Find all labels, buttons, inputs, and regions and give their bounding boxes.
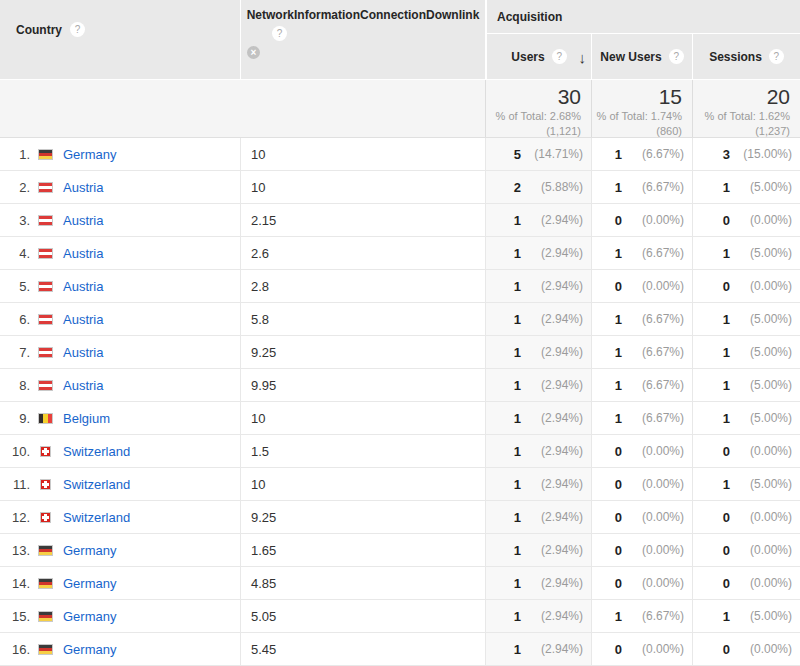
row-index: 9. [0,411,30,426]
country-link[interactable]: Austria [63,180,103,195]
sessions-value: 1 [723,378,730,393]
users-cell: 1 (2.94%) [485,567,591,599]
users-cell: 1 (2.94%) [485,534,591,566]
new-users-percent: (0.00%) [622,444,684,458]
users-value: 1 [514,378,521,393]
country-link[interactable]: Germany [63,642,116,657]
column-header-sessions[interactable]: Sessions ? [692,34,800,79]
row-index: 7. [0,345,30,360]
help-icon[interactable]: ? [669,49,684,64]
sessions-value: 0 [723,213,730,228]
network-downlink-value: 2.8 [240,270,485,302]
new-users-value: 0 [615,576,622,591]
country-link[interactable]: Austria [63,213,103,228]
new-users-value: 0 [615,642,622,657]
country-link[interactable]: Belgium [63,411,110,426]
table-row: 10. Switzerland 1.5 1 (2.94%) 0 (0.00%) … [0,435,800,468]
country-link[interactable]: Germany [63,576,116,591]
sessions-cell: 0 (0.00%) [692,567,800,599]
country-link[interactable]: Austria [63,345,103,360]
help-icon[interactable]: ? [70,22,85,37]
new-users-cell: 0 (0.00%) [591,204,692,236]
sessions-cell: 1 (5.00%) [692,402,800,434]
remove-column-icon[interactable]: × [247,46,260,59]
country-flag-icon [38,413,53,424]
acquisition-header-group: Acquisition Users ? ↓ New Users ? Sessio… [485,0,800,79]
network-downlink-value: 4.85 [240,567,485,599]
new-users-cell: 0 (0.00%) [591,633,692,665]
network-downlink-value: 9.25 [240,336,485,368]
sessions-percent: (5.00%) [730,180,792,194]
new-users-percent: (0.00%) [622,213,684,227]
country-flag-icon [38,347,53,358]
new-users-value: 1 [615,312,622,327]
sessions-percent: (0.00%) [730,510,792,524]
users-grand-total: (1,121) [486,124,581,139]
users-value: 1 [514,279,521,294]
column-header-new-users[interactable]: New Users ? [591,34,692,79]
sessions-percent: (0.00%) [730,543,792,557]
sessions-percent: (5.00%) [730,609,792,623]
new-users-percent: (6.67%) [622,147,684,161]
country-cell: 6. Austria [0,303,240,335]
sessions-total-value: 20 [693,85,790,109]
new-users-cell: 1 (6.67%) [591,600,692,632]
table-row: 2. Austria 10 2 (5.88%) 1 (6.67%) 1 (5.0… [0,171,800,204]
users-percent: (2.94%) [521,510,583,524]
network-downlink-value: 2.15 [240,204,485,236]
country-link[interactable]: Germany [63,147,116,162]
column-header-country[interactable]: Country ? [0,0,240,79]
country-link[interactable]: Switzerland [63,444,130,459]
users-percent: (2.94%) [521,312,583,326]
sessions-cell: 0 (0.00%) [692,633,800,665]
new-users-percent: (0.00%) [622,576,684,590]
users-cell: 1 (2.94%) [485,303,591,335]
row-index: 1. [0,147,30,162]
country-link[interactable]: Switzerland [63,477,130,492]
country-cell: 11. Switzerland [0,468,240,500]
country-cell: 10. Switzerland [0,435,240,467]
help-icon[interactable]: ? [272,26,287,41]
country-link[interactable]: Austria [63,246,103,261]
users-percent: (2.94%) [521,576,583,590]
country-link[interactable]: Germany [63,609,116,624]
new-users-grand-total: (860) [592,124,682,139]
new-users-cell: 1 (6.67%) [591,138,692,170]
sessions-cell: 1 (5.00%) [692,468,800,500]
new-users-cell: 0 (0.00%) [591,534,692,566]
table-row: 12. Switzerland 9.25 1 (2.94%) 0 (0.00%)… [0,501,800,534]
sessions-value: 1 [723,312,730,327]
sessions-cell: 1 (5.00%) [692,369,800,401]
table-row: 3. Austria 2.15 1 (2.94%) 0 (0.00%) 0 (0… [0,204,800,237]
table-row: 8. Austria 9.95 1 (2.94%) 1 (6.67%) 1 (5… [0,369,800,402]
help-icon[interactable]: ? [552,49,567,64]
users-cell: 2 (5.88%) [485,171,591,203]
column-header-users[interactable]: Users ? ↓ [487,34,591,79]
column-header-network-downlink[interactable]: NetworkInformationConnectionDownlink ? × [240,0,485,79]
country-cell: 12. Switzerland [0,501,240,533]
users-percent: (14.71%) [521,147,583,161]
row-index: 10. [0,444,30,459]
table-row: 5. Austria 2.8 1 (2.94%) 0 (0.00%) 0 (0.… [0,270,800,303]
sessions-percent: (5.00%) [730,246,792,260]
row-index: 4. [0,246,30,261]
sessions-value: 1 [723,345,730,360]
new-users-percent: (0.00%) [622,510,684,524]
table-row: 7. Austria 9.25 1 (2.94%) 1 (6.67%) 1 (5… [0,336,800,369]
new-users-percent: (6.67%) [622,345,684,359]
sessions-header-label: Sessions [709,50,762,64]
users-cell: 1 (2.94%) [485,600,591,632]
table-header: Country ? NetworkInformationConnectionDo… [0,0,800,80]
users-percent: (2.94%) [521,378,583,392]
new-users-value: 1 [615,345,622,360]
country-link[interactable]: Austria [63,279,103,294]
sessions-value: 3 [723,147,730,162]
sessions-value: 0 [723,642,730,657]
help-icon[interactable]: ? [769,49,784,64]
country-link[interactable]: Austria [63,378,103,393]
country-link[interactable]: Germany [63,543,116,558]
country-link[interactable]: Austria [63,312,103,327]
new-users-value: 0 [615,213,622,228]
country-link[interactable]: Switzerland [63,510,130,525]
new-users-cell: 1 (6.67%) [591,303,692,335]
